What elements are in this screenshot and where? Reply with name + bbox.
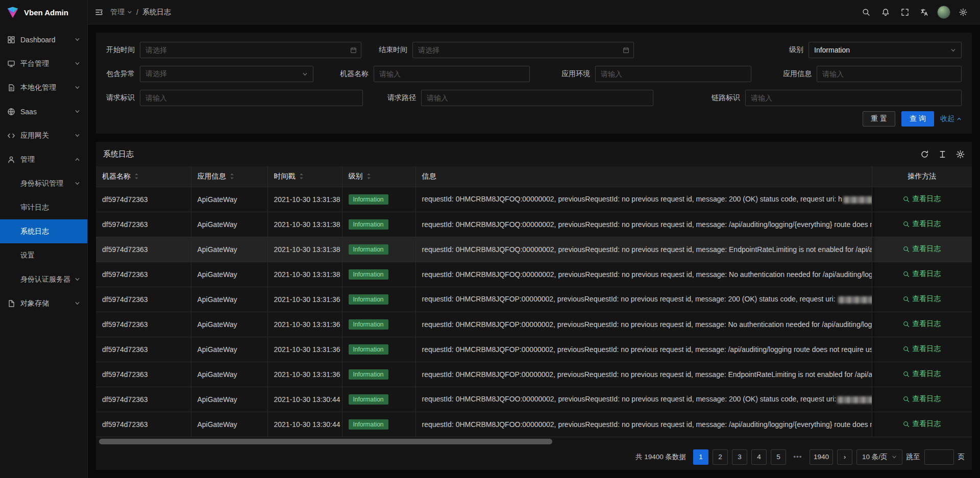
view-log-link[interactable]: 查看日志	[903, 244, 941, 254]
view-log-link[interactable]: 查看日志	[903, 319, 941, 329]
request-path-input[interactable]	[421, 90, 653, 106]
view-log-link[interactable]: 查看日志	[903, 344, 941, 354]
view-log-link[interactable]: 查看日志	[903, 394, 941, 404]
app-info-label: 应用信息	[783, 69, 812, 79]
page-button-last[interactable]: 1940	[810, 449, 833, 465]
reset-button[interactable]: 重 置	[863, 111, 895, 127]
search-button[interactable]	[856, 0, 876, 24]
request-id-input[interactable]	[140, 90, 363, 106]
search-icon	[903, 346, 910, 353]
start-time-input[interactable]	[140, 42, 361, 58]
cell-time: 2021-10-30 13:30:44	[267, 412, 342, 437]
view-log-link[interactable]: 查看日志	[903, 269, 941, 279]
page-button-5[interactable]: 5	[771, 449, 786, 465]
sidebar-item-identity-management[interactable]: 身份标识管理	[0, 171, 87, 195]
sidebar-item-gateway[interactable]: 应用网关	[0, 123, 87, 147]
search-submit-button[interactable]: 查 询	[901, 111, 934, 127]
refresh-icon[interactable]	[920, 150, 929, 159]
page-button-2[interactable]: 2	[713, 449, 728, 465]
level-select-value: Information	[814, 46, 850, 54]
sort-icon	[366, 173, 371, 180]
sidebar-item-settings[interactable]: 设置	[0, 243, 87, 267]
view-log-link[interactable]: 查看日志	[903, 194, 941, 204]
view-log-link[interactable]: 查看日志	[903, 419, 941, 429]
collapse-toggle[interactable]: 收起	[940, 114, 962, 123]
col-timestamp[interactable]: 时间戳	[267, 166, 342, 187]
search-icon	[903, 421, 910, 427]
machine-name-input[interactable]	[374, 66, 530, 82]
app-info-input[interactable]	[817, 66, 962, 82]
fullscreen-button[interactable]	[895, 0, 915, 24]
chevron-down-icon	[75, 109, 80, 114]
cell-level: Information	[342, 312, 415, 337]
search-icon	[903, 196, 910, 203]
cell-level: Information	[342, 387, 415, 412]
cell-time: 2021-10-30 13:31:36	[267, 287, 342, 312]
sidebar-item-label: Dashboard	[20, 36, 56, 44]
cell-level: Information	[342, 287, 415, 312]
column-settings-icon[interactable]	[956, 150, 965, 159]
menu-fold-button[interactable]	[95, 8, 103, 16]
level-select[interactable]: Information	[808, 42, 962, 58]
view-log-link[interactable]: 查看日志	[903, 294, 941, 304]
notifications-button[interactable]	[876, 0, 895, 24]
logo[interactable]: Vben Admin	[0, 0, 87, 24]
cell-actions: 查看日志	[872, 212, 972, 237]
sidebar-item-object-storage[interactable]: 对象存储	[0, 291, 87, 315]
main-area: 管理 / 系统日志 开始时间	[88, 0, 980, 478]
sidebar-item-system-logs[interactable]: 系统日志	[0, 219, 87, 243]
dashboard-icon	[7, 36, 15, 44]
cell-message: requestId: 0HMCRBM8JQFOP:00000002, previ…	[415, 362, 872, 387]
horizontal-scrollbar	[98, 439, 970, 444]
sidebar-item-audit-logs[interactable]: 审计日志	[0, 195, 87, 219]
cell-machine: df5974d72363	[96, 387, 191, 412]
jump-page-input[interactable]	[924, 449, 954, 465]
cell-app: ApiGateWay	[191, 212, 267, 237]
cell-machine: df5974d72363	[96, 312, 191, 337]
user-menu[interactable]	[934, 0, 953, 24]
calendar-icon	[623, 47, 629, 54]
breadcrumb: 管理 / 系统日志	[110, 8, 171, 17]
table-row: df5974d72363 ApiGateWay 2021-10-30 13:31…	[96, 262, 972, 287]
translate-icon	[920, 8, 928, 16]
request-id-label: 请求标识	[106, 93, 135, 103]
language-button[interactable]	[915, 0, 934, 24]
redacted-text	[838, 296, 872, 304]
level-badge: Information	[349, 244, 388, 255]
search-icon	[903, 221, 910, 228]
next-page-button[interactable]: ›	[837, 449, 852, 465]
cell-actions: 查看日志	[872, 237, 972, 262]
cell-time: 2021-10-30 13:31:36	[267, 362, 342, 387]
settings-button[interactable]	[953, 0, 973, 24]
sidebar-item-label: 设置	[20, 251, 35, 260]
sidebar-item-localization[interactable]: 本地化管理	[0, 76, 87, 99]
sidebar-menu: Dashboard 平台管理 本地化管理 Saas 应用网关	[0, 24, 87, 315]
col-level[interactable]: 级别	[342, 166, 415, 187]
sidebar-item-platform[interactable]: 平台管理	[0, 52, 87, 76]
breadcrumb-section[interactable]: 管理	[110, 8, 132, 17]
end-time-input[interactable]	[412, 42, 634, 58]
pagination-ellipsis[interactable]: •••	[790, 453, 805, 461]
pagination: 共 19400 条数据 1 2 3 4 5 ••• 1940 › 10 条/页 …	[96, 445, 972, 471]
page-size-select[interactable]: 10 条/页	[856, 449, 902, 465]
search-icon	[903, 396, 910, 402]
sidebar-item-label: 平台管理	[20, 59, 49, 68]
page-button-4[interactable]: 4	[751, 449, 767, 465]
app-env-input[interactable]	[595, 66, 751, 82]
scrollbar-thumb[interactable]	[99, 439, 552, 444]
has-exception-select[interactable]: 请选择	[140, 66, 313, 82]
cell-actions: 查看日志	[872, 362, 972, 387]
page-button-3[interactable]: 3	[732, 449, 747, 465]
view-log-link[interactable]: 查看日志	[903, 369, 941, 379]
sidebar-item-dashboard[interactable]: Dashboard	[0, 28, 87, 52]
sidebar-item-identity-server[interactable]: 身份认证服务器	[0, 267, 87, 291]
trace-id-input[interactable]	[745, 90, 962, 106]
platform-icon	[7, 60, 15, 68]
page-button-1[interactable]: 1	[693, 449, 708, 465]
view-log-link[interactable]: 查看日志	[903, 219, 941, 229]
col-machine-name[interactable]: 机器名称	[96, 166, 191, 187]
sidebar-item-admin[interactable]: 管理	[0, 147, 87, 171]
row-height-icon[interactable]	[938, 150, 947, 159]
col-app-info[interactable]: 应用信息	[191, 166, 267, 187]
sidebar-item-saas[interactable]: Saas	[0, 99, 87, 123]
